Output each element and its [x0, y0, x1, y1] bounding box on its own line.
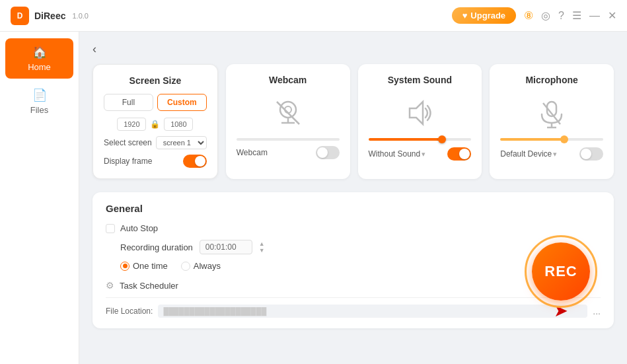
sidebar-home-label: Home [28, 62, 51, 72]
title-bar-left: D DiReec 1.0.0 [11, 7, 89, 25]
default-device-label: Default Device [500, 149, 552, 159]
one-time-label: One time [133, 261, 168, 271]
screen-select[interactable]: screen 1 [156, 136, 207, 149]
system-sound-card: System Sound Withou [358, 64, 482, 179]
screen-size-title: Screen Size [104, 75, 207, 86]
lock-icon: 🔒 [150, 120, 160, 129]
one-time-option[interactable]: One time [120, 261, 168, 271]
webcam-title: Webcam [237, 75, 340, 85]
rec-outer-ring: REC [525, 235, 597, 308]
file-location-label: File Location: [106, 307, 153, 316]
webcam-bottom-row: Webcam [237, 146, 340, 159]
rec-button[interactable]: REC [532, 242, 590, 301]
width-input[interactable] [117, 118, 146, 131]
target-icon[interactable]: ◎ [541, 9, 550, 22]
mic-dropdown-arrow[interactable]: ▾ [553, 150, 557, 159]
screen-size-buttons: Full Custom [104, 94, 207, 111]
recording-duration-label: Recording duration [120, 242, 193, 252]
mic-icon-container [500, 93, 603, 133]
content-wrapper: ‹ Screen Size Full Custom 🔒 [79, 32, 627, 364]
coin-icon[interactable]: ⑧ [524, 9, 533, 22]
resolution-row: 🔒 [104, 118, 207, 131]
webcam-icon-container [237, 93, 340, 133]
menu-icon[interactable]: ☰ [572, 9, 581, 22]
select-screen-row: Select screen screen 1 [104, 136, 207, 149]
sidebar-item-files[interactable]: 📄 Files [5, 81, 73, 122]
system-sound-slider[interactable] [369, 138, 472, 141]
crown-icon: ♥ [462, 11, 468, 20]
task-scheduler-label: Task Scheduler [120, 281, 178, 291]
title-bar-right: ♥ Upgrade ⑧ ◎ ? ☰ — ✕ [452, 7, 616, 24]
screen-size-card: Screen Size Full Custom 🔒 Select screen … [92, 64, 218, 179]
file-path-display: ████████████████████ [158, 305, 587, 318]
select-screen-label: Select screen [104, 138, 152, 147]
sidebar-files-label: Files [30, 105, 48, 115]
duration-spinners: ▲ ▼ [259, 241, 265, 254]
always-option[interactable]: Always [181, 261, 221, 271]
without-sound-label: Without Sound [369, 149, 421, 159]
auto-stop-label: Auto Stop [120, 223, 158, 233]
system-sound-toggle[interactable] [447, 147, 471, 161]
microphone-slider[interactable] [500, 138, 603, 141]
upgrade-label: Upgrade [470, 11, 505, 20]
custom-button[interactable]: Custom [157, 94, 207, 111]
minimize-icon[interactable]: — [589, 10, 600, 22]
app-version: 1.0.0 [72, 12, 88, 20]
always-label: Always [194, 261, 221, 271]
sidebar-item-home[interactable]: 🏠 Home [5, 38, 73, 79]
back-button[interactable]: ‹ [92, 42, 96, 56]
home-icon: 🏠 [32, 45, 47, 59]
auto-stop-checkbox[interactable] [106, 224, 115, 233]
webcam-slider-row [237, 138, 340, 141]
microphone-toggle[interactable] [579, 147, 603, 161]
webcam-label: Webcam [237, 148, 268, 157]
full-button[interactable]: Full [104, 94, 153, 111]
system-sound-bottom-row: Without Sound ▾ [369, 147, 472, 161]
spin-up-button[interactable]: ▲ [259, 241, 265, 247]
duration-input[interactable] [200, 240, 252, 254]
app-name: DiReec [34, 11, 65, 21]
speaker-svg-icon [403, 96, 436, 129]
title-bar: D DiReec 1.0.0 ♥ Upgrade ⑧ ◎ ? ☰ — ✕ [0, 0, 627, 32]
help-icon[interactable]: ? [558, 10, 564, 22]
height-input[interactable] [164, 118, 193, 131]
always-radio[interactable] [181, 262, 190, 271]
one-time-radio[interactable] [120, 262, 129, 271]
svg-point-0 [280, 102, 296, 118]
webcam-card: Webcam [226, 64, 350, 179]
display-frame-label: Display frame [104, 157, 152, 166]
file-path-text: ████████████████████ [163, 307, 266, 315]
rec-button-container: ➤ REC [525, 235, 597, 308]
display-frame-row: Display frame [104, 155, 207, 168]
microphone-svg-icon [535, 96, 568, 129]
slider-thumb [438, 135, 446, 143]
close-icon[interactable]: ✕ [608, 9, 616, 22]
files-icon: 📄 [32, 88, 47, 102]
app-logo: D [11, 7, 29, 25]
general-title: General [106, 203, 601, 214]
webcam-svg-icon [272, 96, 305, 129]
sidebar: 🏠 Home 📄 Files [0, 32, 79, 364]
microphone-card: Microphone [490, 64, 614, 179]
gear-icon: ⚙ [106, 280, 114, 291]
display-frame-toggle[interactable] [183, 155, 207, 168]
auto-stop-row: Auto Stop [106, 223, 601, 233]
system-sound-icon-container [369, 93, 472, 133]
microphone-title: Microphone [500, 75, 603, 85]
cards-row: Screen Size Full Custom 🔒 Select screen … [92, 64, 614, 179]
upgrade-button[interactable]: ♥ Upgrade [452, 7, 516, 24]
microphone-bottom-row: Default Device ▾ [500, 147, 603, 161]
sound-dropdown-arrow[interactable]: ▾ [422, 150, 425, 159]
system-sound-title: System Sound [369, 75, 472, 85]
svg-marker-5 [410, 102, 423, 124]
webcam-toggle[interactable] [316, 146, 340, 159]
webcam-slider-track[interactable] [237, 138, 340, 141]
main-layout: 🏠 Home 📄 Files ‹ Screen Size Full Custom [0, 32, 627, 364]
spin-down-button[interactable]: ▼ [259, 248, 265, 254]
mic-slider-thumb [560, 135, 568, 143]
